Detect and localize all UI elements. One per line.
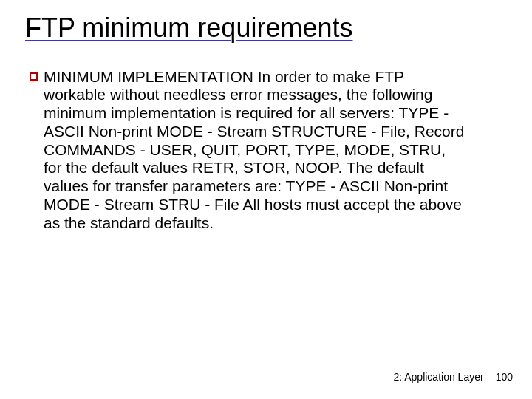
footer-chapter: 2: Application Layer xyxy=(393,371,483,383)
slide-footer: 2: Application Layer 100 xyxy=(393,371,513,383)
slide: FTP minimum requirements MINIMUM IMPLEME… xyxy=(0,0,532,399)
slide-title: FTP minimum requirements xyxy=(25,13,507,43)
slide-body: MINIMUM IMPLEMENTATION In order to make … xyxy=(25,68,466,233)
bullet-icon xyxy=(30,72,38,81)
bullet-text: MINIMUM IMPLEMENTATION In order to make … xyxy=(44,68,466,233)
footer-page-number: 100 xyxy=(496,371,513,383)
